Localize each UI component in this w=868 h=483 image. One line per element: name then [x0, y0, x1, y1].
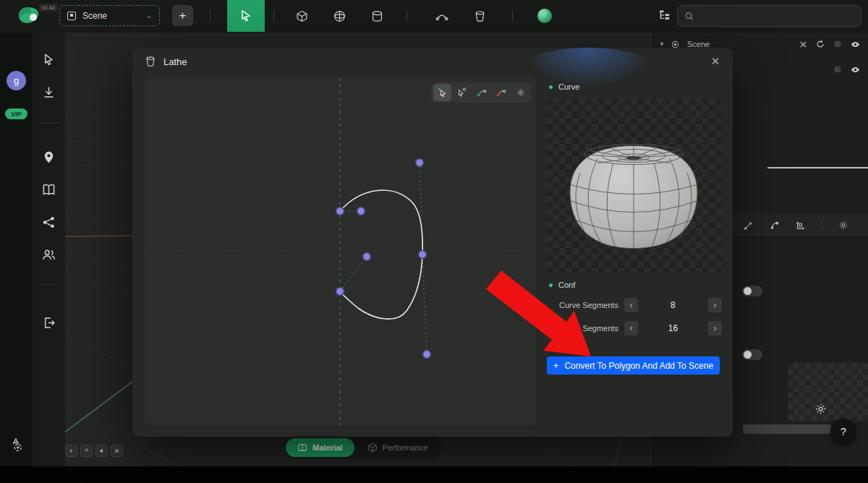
rotate-tool-icon[interactable]: [770, 220, 780, 230]
viewport-hotkey-hints: + ^ ➤ ✕: [65, 445, 123, 457]
toolbar-divider: [273, 10, 274, 22]
convert-to-polygon-button[interactable]: + Convert To Polygon And Add To Scene: [547, 356, 720, 375]
control-point[interactable]: [336, 208, 344, 215]
refresh-icon[interactable]: [815, 39, 825, 49]
curve-segments-decrement-button[interactable]: ‹: [624, 298, 638, 312]
chevron-down-icon: ⌄: [146, 12, 152, 20]
scale-tool-icon[interactable]: [796, 220, 806, 230]
material-icon: [297, 443, 307, 453]
conf-section-header: Conf: [549, 281, 575, 289]
curve-segments-value[interactable]: 8: [638, 300, 708, 310]
control-point[interactable]: [416, 159, 424, 167]
toolbar-divider: [822, 220, 822, 230]
hierarchy-tree-icon[interactable]: [658, 9, 671, 22]
search-icon: [685, 12, 694, 21]
hotkey-pointer[interactable]: ➤: [95, 445, 108, 457]
curve-segments-label: Curve Segments: [546, 301, 618, 309]
search-bar[interactable]: [677, 5, 861, 27]
hotkey-close[interactable]: ✕: [111, 445, 123, 457]
select-tool-button[interactable]: [227, 0, 265, 32]
lathe-3d-preview[interactable]: [546, 98, 722, 272]
convert-button-label: Convert To Polygon And Add To Scene: [564, 361, 713, 371]
close-icon[interactable]: ✕: [709, 55, 722, 68]
toolbar-divider: [512, 10, 513, 22]
tab-material[interactable]: Material: [286, 438, 354, 457]
plus-icon: +: [553, 360, 559, 371]
round-segments-row: Round Segments ‹ 16 ›: [546, 320, 722, 336]
curve-section-header: Curve: [549, 82, 579, 91]
visibility-eye-icon[interactable]: [850, 64, 860, 74]
control-point[interactable]: [419, 251, 427, 259]
hotkey-add[interactable]: +: [65, 445, 77, 457]
curve-delete-point-tool[interactable]: [492, 84, 510, 101]
round-segments-value[interactable]: 16: [638, 323, 708, 333]
visibility-eye-icon[interactable]: [850, 39, 860, 49]
users-icon[interactable]: [42, 248, 56, 262]
app-root: v0.42 Scene ⌄ +: [0, 0, 868, 483]
control-point[interactable]: [363, 253, 371, 261]
user-avatar[interactable]: g: [7, 71, 26, 90]
curve-editor-canvas[interactable]: [145, 78, 536, 425]
expand-chevron-icon[interactable]: ▼: [654, 40, 670, 48]
control-point[interactable]: [336, 288, 344, 296]
search-input[interactable]: [699, 11, 854, 21]
curve-tool-icon[interactable]: [435, 9, 448, 22]
round-segments-decrement-button[interactable]: ‹: [624, 321, 638, 335]
share-network-icon[interactable]: [42, 215, 56, 229]
hotkey-caret[interactable]: ^: [80, 445, 93, 457]
lathe-modal: Lathe ✕: [132, 48, 733, 437]
curve-editor-toolbar: [431, 82, 532, 103]
round-segments-label: Round Segments: [546, 324, 618, 333]
box-tool-icon[interactable]: [295, 9, 308, 22]
focus-target-icon[interactable]: [833, 64, 843, 74]
sphere-tool-icon[interactable]: [333, 9, 346, 22]
material-ball-icon[interactable]: [537, 9, 552, 23]
settings-gear-icon[interactable]: [838, 220, 848, 230]
tab-performance-label: Performance: [383, 443, 428, 452]
lathe-icon: [145, 56, 156, 67]
control-points: [336, 159, 431, 359]
performance-icon: [367, 443, 378, 453]
library-book-icon[interactable]: [42, 183, 56, 197]
intensity-slider[interactable]: [743, 424, 831, 434]
lathe-preview-wireframe: [546, 98, 722, 272]
scene-selector-dropdown[interactable]: Scene ⌄: [59, 5, 160, 26]
curve-editor-drawing: [145, 78, 536, 425]
toggle-switch[interactable]: [742, 286, 762, 296]
scene-selector-icon: [67, 12, 76, 20]
language-translate-icon[interactable]: [9, 437, 24, 452]
section-dot-icon: [549, 283, 553, 287]
location-pin-icon[interactable]: [42, 150, 56, 164]
download-icon[interactable]: [42, 85, 56, 99]
tab-performance[interactable]: Performance: [356, 438, 440, 457]
focus-target-icon[interactable]: [833, 39, 843, 49]
texture-gear-icon[interactable]: [814, 403, 827, 415]
control-point[interactable]: [423, 351, 431, 359]
modal-title: Lathe: [163, 56, 187, 67]
curve-segments-increment-button[interactable]: ›: [708, 298, 722, 312]
move-tool-icon[interactable]: [744, 220, 754, 230]
cylinder-tool-icon[interactable]: [370, 9, 383, 22]
logout-icon[interactable]: [42, 316, 56, 330]
conf-section-label: Conf: [558, 281, 575, 289]
help-button[interactable]: ?: [830, 419, 856, 445]
texture-slot[interactable]: [788, 363, 868, 421]
round-segments-increment-button[interactable]: ›: [708, 321, 722, 335]
select-mode-icon[interactable]: [42, 53, 56, 67]
scene-selector-label: Scene: [82, 11, 140, 21]
delete-icon[interactable]: [798, 39, 808, 49]
curve-select-tool[interactable]: [433, 84, 451, 101]
bottom-tab-bar: Material Performance: [284, 436, 442, 459]
control-point[interactable]: [357, 208, 365, 215]
curve-settings-gear[interactable]: [511, 84, 529, 101]
top-toolbar: v0.42 Scene ⌄ +: [0, 0, 868, 33]
curve-node-select-tool[interactable]: [453, 84, 471, 101]
lathe-tool-icon[interactable]: [473, 9, 486, 22]
toggle-switch[interactable]: [742, 349, 762, 360]
cursor-icon: [239, 9, 252, 22]
curve-add-point-tool[interactable]: [472, 84, 490, 101]
add-object-button[interactable]: +: [172, 5, 193, 26]
curve-section-label: Curve: [558, 82, 579, 91]
vip-badge[interactable]: VIP: [5, 108, 27, 119]
curve-segments-row: Curve Segments ‹ 8 ›: [546, 297, 722, 313]
